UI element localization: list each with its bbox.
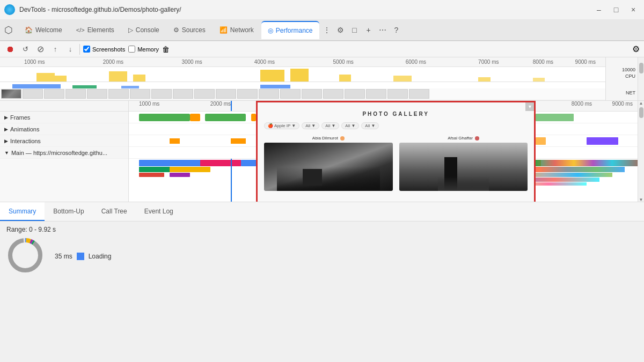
screenshot-thumb-1[interactable] — [1, 89, 21, 99]
upload-button[interactable]: ↑ — [49, 43, 61, 55]
tab-network[interactable]: 📶 Network — [213, 21, 260, 39]
toggle-panel-icon[interactable]: □ — [348, 24, 361, 36]
scrollbar-thumb[interactable] — [639, 63, 643, 73]
screenshot-thumb-16[interactable] — [323, 89, 343, 99]
filter-all-1[interactable]: All ▼ — [302, 122, 319, 129]
sources-icon: ⚙ — [173, 26, 179, 34]
time-marker-main — [231, 159, 232, 202]
tab-performance-label: Performance — [276, 27, 313, 34]
animations-track-label[interactable]: ▶ Animations — [0, 123, 128, 135]
main-arrow: ▼ — [4, 150, 9, 156]
screenshot-thumb-10[interactable] — [194, 89, 215, 99]
donut-chart — [6, 237, 44, 276]
tab-summary[interactable]: Summary — [0, 202, 45, 221]
console-icon: ▷ — [128, 26, 133, 34]
scrollbar-track-thumb[interactable] — [639, 107, 643, 118]
main-track-label[interactable]: ▼ Main — https://microsoftedge.githu... — [0, 147, 128, 159]
interaction-bar-1[interactable] — [170, 138, 180, 144]
scroll-up-btn[interactable]: ▲ — [639, 101, 643, 105]
tab-console[interactable]: ▷ Console — [122, 21, 166, 39]
record-button[interactable]: ⏺ — [4, 43, 16, 55]
tab-event-log[interactable]: Event Log — [136, 202, 182, 221]
reload-record-button[interactable]: ↺ — [19, 43, 31, 55]
interactions-arrow: ▶ — [4, 138, 8, 144]
maximize-btn[interactable]: □ — [610, 3, 623, 16]
frame-bar-6[interactable] — [190, 114, 200, 121]
screenshot-thumb-8[interactable] — [151, 89, 172, 99]
performance-icon: ◎ — [268, 27, 273, 34]
main-label: Main — https://microsoftedge.githu... — [11, 150, 107, 156]
main-scrollbar[interactable]: ▲ ▼ — [638, 101, 644, 202]
screenshot-thumb-3[interactable] — [44, 89, 64, 99]
screenshot-thumb-17[interactable] — [345, 89, 365, 99]
screenshot-thumb-5[interactable] — [87, 89, 107, 99]
frame-bar-7[interactable] — [251, 114, 256, 121]
screenshot-thumb-14[interactable] — [280, 89, 301, 99]
summary-row: 35 ms Loading — [6, 237, 638, 276]
screenshot-thumb-20[interactable] — [409, 89, 429, 99]
interactions-track-label[interactable]: ▶ Interactions — [0, 135, 128, 147]
photo1-image — [264, 143, 393, 191]
window-title: DevTools - microsoftedge.github.io/Demos… — [19, 6, 592, 13]
net-label: NET — [606, 90, 638, 95]
screenshots-checkbox[interactable] — [83, 46, 90, 53]
more-tabs-btn[interactable]: ⋮ — [320, 24, 333, 36]
frame-bar-1[interactable] — [139, 114, 190, 121]
clear-button[interactable]: ⊘ — [34, 43, 46, 55]
tab-elements[interactable]: </> Elements — [70, 21, 121, 39]
screenshot-close-btn[interactable]: ▼ — [525, 102, 534, 111]
tab-bottom-up[interactable]: Bottom-Up — [45, 202, 92, 221]
tab-call-tree[interactable]: Call Tree — [93, 202, 136, 221]
frame-bar-2[interactable] — [205, 114, 246, 121]
tab-performance[interactable]: ◎ Performance — [261, 21, 319, 39]
zoomed-ruler-label — [0, 101, 128, 112]
frames-track-label[interactable]: ▶ Frames — [0, 112, 128, 123]
tab-sources[interactable]: ⚙ Sources — [167, 21, 212, 39]
help-icon[interactable]: ? — [390, 24, 403, 36]
bottom-panel: Summary Bottom-Up Call Tree Event Log Ra… — [0, 202, 644, 343]
photo2-header: Afsal Ghaffar — [399, 136, 528, 141]
screenshot-thumb-7[interactable] — [130, 89, 150, 99]
screenshot-thumb-15[interactable] — [302, 89, 322, 99]
screenshot-thumb-4[interactable] — [65, 89, 86, 99]
network-icon: 📶 — [219, 26, 228, 34]
overview-scrollbar[interactable] — [638, 57, 644, 100]
screenshot-thumb-19[interactable] — [387, 89, 408, 99]
screenshot-thumb-12[interactable] — [237, 89, 258, 99]
new-tab-btn[interactable]: ⬡ — [2, 24, 15, 36]
memory-checkbox-label[interactable]: Memory — [128, 46, 159, 53]
interactions-label: Interactions — [10, 138, 41, 144]
screenshot-thumb-2[interactable] — [23, 89, 43, 99]
ruler-2000: 2000 ms — [103, 59, 123, 65]
more-menu-icon[interactable]: ⋯ — [376, 24, 389, 36]
add-panel-icon[interactable]: + — [362, 24, 375, 36]
screenshot-thumb-11[interactable] — [216, 89, 236, 99]
screenshot-thumb-18[interactable] — [366, 89, 386, 99]
photo2-dot — [475, 136, 479, 141]
close-btn[interactable]: × — [627, 3, 640, 16]
interaction-bar-2[interactable] — [231, 138, 246, 144]
trash-icon[interactable]: 🗑 — [162, 45, 170, 54]
filter-apple[interactable]: 🍎 Apple IP ▼ — [264, 122, 299, 129]
settings-gear-icon[interactable]: ⚙ — [334, 24, 347, 36]
settings-icon[interactable]: ⚙ — [632, 44, 640, 54]
screenshots-checkbox-label[interactable]: Screenshots — [83, 46, 125, 53]
filter-all-3[interactable]: All ▼ — [341, 122, 359, 129]
scroll-down-btn[interactable]: ▼ — [639, 197, 643, 202]
tab-welcome[interactable]: 🏠 Welcome — [18, 21, 69, 39]
screenshot-popup[interactable]: ▼ PHOTO GALLERY 🍎 Apple IP ▼ All ▼ — [256, 101, 536, 202]
screenshot-thumb-13[interactable] — [259, 89, 279, 99]
screenshot-thumb-9[interactable] — [173, 89, 193, 99]
memory-checkbox[interactable] — [128, 46, 135, 53]
filter-apple-label: Apple IP ▼ — [274, 123, 296, 128]
frames-arrow: ▶ — [4, 115, 8, 120]
timeline-overview: 1000 ms 2000 ms 3000 ms 4000 ms 5000 ms … — [0, 57, 644, 101]
animations-arrow: ▶ — [4, 127, 8, 132]
filter-all-2[interactable]: All ▼ — [321, 122, 339, 129]
minimize-btn[interactable]: – — [592, 3, 605, 16]
tab-welcome-label: Welcome — [35, 26, 62, 34]
filter-all-4[interactable]: All ▼ — [361, 122, 379, 129]
screenshot-thumb-6[interactable] — [108, 89, 129, 99]
download-button[interactable]: ↓ — [64, 43, 76, 55]
tab-console-label: Console — [136, 26, 159, 34]
